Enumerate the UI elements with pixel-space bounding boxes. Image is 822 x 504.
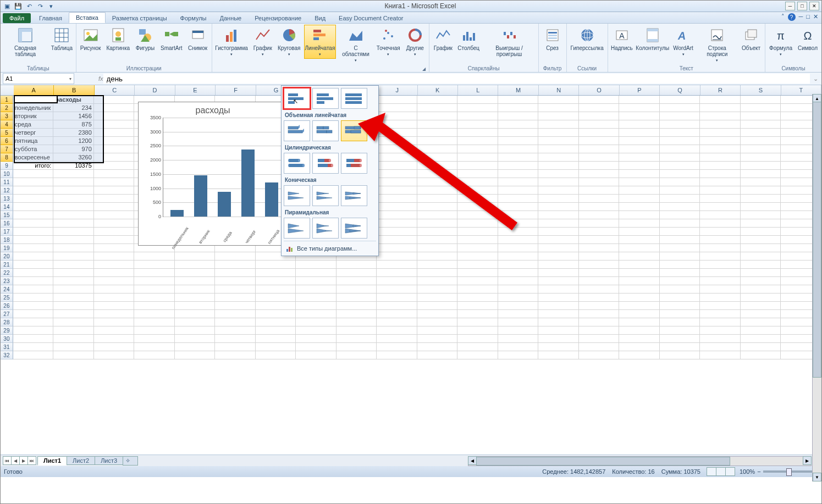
cell-J25[interactable] — [377, 293, 417, 302]
cell-L24[interactable] — [457, 285, 498, 293]
signature-line-button[interactable]: Строка подписи▾ — [697, 25, 738, 65]
cell-M23[interactable] — [498, 277, 539, 285]
cell-B23[interactable] — [53, 277, 94, 285]
bar-pyramid-stacked[interactable] — [312, 218, 339, 239]
cell-P32[interactable] — [619, 351, 660, 359]
cell-A28[interactable] — [13, 318, 54, 326]
cell-K16[interactable] — [417, 219, 458, 228]
cell-L12[interactable] — [457, 186, 498, 195]
cell-O13[interactable] — [579, 195, 620, 203]
cell-J27[interactable] — [377, 310, 417, 318]
cell-O18[interactable] — [579, 236, 620, 244]
cell-A1[interactable]: день — [13, 96, 54, 104]
cell-L1[interactable] — [457, 96, 498, 104]
cell-S15[interactable] — [741, 211, 781, 219]
cell-N10[interactable] — [538, 170, 579, 178]
cell-A17[interactable] — [13, 228, 54, 236]
row-header-9[interactable]: 9 — [1, 162, 13, 170]
cell-S7[interactable] — [741, 145, 781, 153]
cell-N12[interactable] — [538, 186, 579, 195]
cell-L18[interactable] — [457, 236, 498, 244]
sparkline-column-button[interactable]: Столбец — [457, 25, 481, 53]
cell-R6[interactable] — [700, 137, 741, 145]
picture-button[interactable]: Рисунок — [79, 25, 103, 53]
cell-A26[interactable] — [13, 302, 54, 310]
cell-Q25[interactable] — [660, 293, 700, 302]
cell-N7[interactable] — [538, 145, 579, 153]
cell-E26[interactable] — [175, 302, 216, 310]
pie-chart-button[interactable]: Круговая▾ — [277, 25, 302, 59]
cell-J9[interactable] — [377, 162, 417, 170]
cell-C25[interactable] — [94, 293, 135, 302]
cell-G23[interactable] — [256, 277, 296, 285]
cell-P8[interactable] — [619, 153, 660, 162]
cell-A6[interactable]: пятница — [13, 137, 54, 145]
cell-C19[interactable] — [94, 244, 135, 252]
tab-home[interactable]: Главная — [32, 13, 69, 23]
cell-C8[interactable] — [94, 153, 135, 162]
cell-M27[interactable] — [498, 310, 539, 318]
cell-S1[interactable] — [741, 96, 781, 104]
row-header-8[interactable]: 8 — [1, 153, 13, 162]
rib-restore-icon[interactable]: □ — [806, 13, 810, 21]
cell-Q18[interactable] — [660, 236, 700, 244]
cell-S12[interactable] — [741, 186, 781, 195]
cell-J11[interactable] — [377, 178, 417, 186]
cell-M14[interactable] — [498, 203, 539, 211]
cell-S13[interactable] — [741, 195, 781, 203]
row-header-28[interactable]: 28 — [1, 318, 13, 326]
cell-N1[interactable] — [538, 96, 579, 104]
cell-A19[interactable] — [13, 244, 54, 252]
cell-S23[interactable] — [741, 277, 781, 285]
cell-P14[interactable] — [619, 203, 660, 211]
row-header-19[interactable]: 19 — [1, 244, 13, 252]
cell-B32[interactable] — [53, 351, 94, 359]
cell-C29[interactable] — [94, 326, 135, 335]
cell-I22[interactable] — [336, 269, 377, 277]
cell-Q23[interactable] — [660, 277, 700, 285]
cell-J22[interactable] — [377, 269, 417, 277]
zoom-thumb[interactable] — [786, 468, 792, 476]
cell-P4[interactable] — [619, 120, 660, 129]
cell-J16[interactable] — [377, 219, 417, 228]
cell-Q32[interactable] — [660, 351, 700, 359]
cell-J19[interactable] — [377, 244, 417, 252]
table-button[interactable]: Таблица — [50, 25, 74, 53]
cell-C10[interactable] — [94, 170, 135, 178]
cell-H26[interactable] — [296, 302, 336, 310]
cell-R31[interactable] — [700, 343, 741, 351]
cell-P9[interactable] — [619, 162, 660, 170]
row-header-1[interactable]: 1 — [1, 96, 13, 104]
col-header-E[interactable]: E — [175, 85, 216, 95]
cell-A27[interactable] — [13, 310, 54, 318]
row-header-7[interactable]: 7 — [1, 145, 13, 153]
cell-M22[interactable] — [498, 269, 539, 277]
col-header-C[interactable]: C — [95, 85, 135, 95]
cell-B19[interactable] — [53, 244, 94, 252]
cell-B26[interactable] — [53, 302, 94, 310]
cell-O21[interactable] — [579, 261, 620, 269]
cell-L14[interactable] — [457, 203, 498, 211]
clipart-button[interactable]: Картинка — [104, 25, 131, 53]
bar-3d-100stacked[interactable] — [341, 120, 367, 141]
cell-D31[interactable] — [134, 343, 175, 351]
cell-G29[interactable] — [256, 326, 296, 335]
cell-L7[interactable] — [457, 145, 498, 153]
cell-I21[interactable] — [336, 261, 377, 269]
cell-S21[interactable] — [741, 261, 781, 269]
cell-B1[interactable]: расходы — [53, 96, 94, 104]
view-pagebreak[interactable] — [725, 467, 735, 476]
cell-R25[interactable] — [700, 293, 741, 302]
row-header-4[interactable]: 4 — [1, 120, 13, 129]
cell-S10[interactable] — [741, 170, 781, 178]
bar-2d-stacked[interactable] — [312, 88, 339, 109]
cell-S4[interactable] — [741, 120, 781, 129]
cell-K11[interactable] — [417, 178, 458, 186]
cell-A9[interactable]: итого: — [13, 162, 54, 170]
cell-N5[interactable] — [538, 129, 579, 137]
cell-P13[interactable] — [619, 195, 660, 203]
cell-O17[interactable] — [579, 228, 620, 236]
cell-R12[interactable] — [700, 186, 741, 195]
name-box-dropdown-icon[interactable]: ▾ — [69, 76, 71, 81]
cell-M16[interactable] — [498, 219, 539, 228]
